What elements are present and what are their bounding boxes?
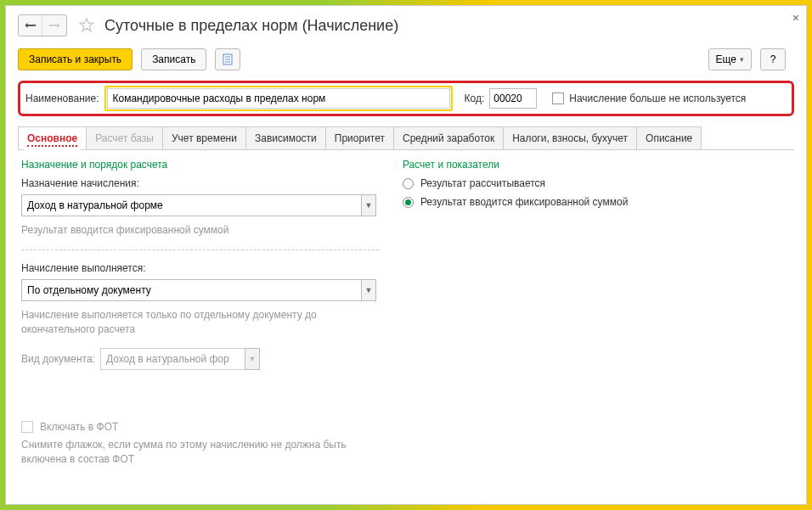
back-button[interactable]: 🠔 bbox=[19, 15, 42, 36]
tab-taxes[interactable]: Налоги, взносы, бухучет bbox=[503, 126, 637, 149]
doc-type-input[interactable] bbox=[100, 348, 245, 370]
tab-description[interactable]: Описание bbox=[636, 126, 702, 149]
code-input[interactable] bbox=[489, 88, 537, 109]
assignment-dropdown-icon[interactable]: ▼ bbox=[361, 194, 376, 216]
tab-dependencies[interactable]: Зависимости bbox=[245, 126, 326, 149]
tab-base-calc[interactable]: Расчет базы bbox=[86, 126, 163, 149]
unused-checkbox[interactable] bbox=[552, 92, 564, 104]
name-label: Наименование: bbox=[25, 92, 99, 104]
favorite-star-icon[interactable] bbox=[77, 16, 96, 35]
doc-type-label: Вид документа: bbox=[21, 353, 95, 365]
fot-hint: Снимите флажок, если сумма по этому начи… bbox=[21, 438, 379, 467]
page-title: Суточные в пределах норм (Начисление) bbox=[104, 17, 398, 35]
doc-type-dropdown-icon[interactable]: ▼ bbox=[245, 348, 260, 370]
list-button[interactable] bbox=[215, 48, 240, 70]
radio-fixed-sum-label: Результат вводится фиксированной суммой bbox=[420, 196, 628, 208]
unused-label: Начисление больше не используется bbox=[569, 92, 746, 104]
execution-select[interactable] bbox=[21, 279, 361, 301]
forward-button[interactable]: 🠖 bbox=[42, 15, 66, 36]
code-label: Код: bbox=[465, 92, 485, 104]
fot-label: Включать в ФОТ bbox=[40, 421, 118, 433]
execution-hint: Начисление выполняется только по отдельн… bbox=[21, 308, 379, 337]
radio-calculated[interactable] bbox=[403, 178, 414, 189]
tab-main[interactable]: Основное bbox=[18, 126, 87, 149]
assignment-label: Назначение начисления: bbox=[21, 177, 379, 189]
execution-label: Начисление выполняется: bbox=[21, 262, 379, 274]
save-and-close-button[interactable]: Записать и закрыть bbox=[18, 48, 133, 70]
assignment-select[interactable] bbox=[21, 194, 361, 216]
more-button[interactable]: Еще bbox=[708, 48, 752, 70]
list-icon bbox=[222, 53, 234, 65]
tab-average-earnings[interactable]: Средний заработок bbox=[393, 126, 504, 149]
assignment-hint: Результат вводится фиксированной суммой bbox=[21, 223, 379, 238]
save-button[interactable]: Записать bbox=[141, 48, 206, 70]
radio-calculated-label: Результат рассчитывается bbox=[420, 177, 545, 189]
divider bbox=[21, 249, 379, 250]
close-icon[interactable]: × bbox=[792, 11, 799, 25]
tab-priority[interactable]: Приоритет bbox=[325, 126, 394, 149]
tabs: Основное Расчет базы Учет времени Зависи… bbox=[18, 126, 794, 150]
nav-back-forward: 🠔 🠖 bbox=[18, 14, 67, 36]
radio-fixed-sum[interactable] bbox=[403, 197, 414, 208]
execution-dropdown-icon[interactable]: ▼ bbox=[361, 279, 376, 301]
help-button[interactable]: ? bbox=[760, 48, 786, 70]
fot-checkbox[interactable] bbox=[21, 421, 33, 433]
name-input[interactable] bbox=[107, 88, 450, 109]
right-section-title: Расчет и показатели bbox=[403, 159, 791, 171]
name-code-row: Наименование: Код: Начисление больше не … bbox=[18, 81, 794, 116]
left-section-title: Назначение и порядок расчета bbox=[21, 159, 379, 171]
tab-time[interactable]: Учет времени bbox=[162, 126, 246, 149]
